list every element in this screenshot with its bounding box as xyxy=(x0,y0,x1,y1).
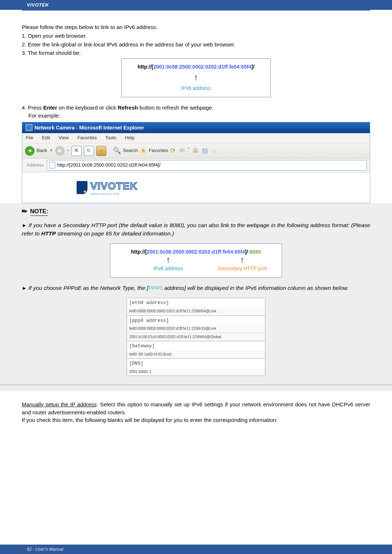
ipv6-port-diagram: http://[2001:0c08:2500:0002:0202:d1ff:fe… xyxy=(110,243,282,278)
search-icon[interactable]: 🔍 xyxy=(113,146,121,155)
ppp0-text: PPP0 xyxy=(148,285,163,291)
intro-lead: Please follow the steps below to link to… xyxy=(22,23,370,31)
toolbar-extra-icons[interactable]: ✉▾ 🖶 ▤ ☼ xyxy=(179,146,217,155)
back-button-icon[interactable]: ◄ xyxy=(25,146,34,156)
manual-ip-paragraph: Manually setup the IP address: Select th… xyxy=(22,401,370,424)
ipv6-label-2: IPv6 address xyxy=(122,265,215,272)
url-line-1: http://[2001:0c08:2500:0002:0202:d1ff:fe… xyxy=(124,63,268,70)
print-icon[interactable]: 🖶 xyxy=(192,146,199,155)
url2-prefix: http:// xyxy=(131,249,145,255)
step-1: 1. Open your web browser. xyxy=(22,32,370,40)
vivotek-logo: VIVOTEK WWW.VIVOTEK.COM xyxy=(77,179,370,196)
arrow-up-icon-2: ↑ xyxy=(166,255,171,264)
ie-app-icon xyxy=(26,124,32,131)
bullet-triangle-icon: ► xyxy=(22,222,27,228)
url-line-2: http://[2001:0c08:2500:0002:0202:d1ff:fe… xyxy=(113,248,279,255)
note-heading-text: NOTE: xyxy=(30,207,48,216)
page-icon xyxy=(49,162,55,168)
eth0-value: fe80:0000:0000:0000:0202:d1ff:fe11:2299/… xyxy=(127,307,265,315)
note-paragraph-2: ► If you choose PPPoE as the Network Typ… xyxy=(22,284,370,292)
step4-a: 4. Press xyxy=(22,104,43,111)
secondary-port-label: Secondary HTTP port xyxy=(215,265,270,272)
pencil-icon: ✎ xyxy=(19,206,29,217)
note-section: ✎ NOTE: ► If you have a Secondary HTTP p… xyxy=(0,203,392,391)
header-bar: VIVOTEK xyxy=(0,0,392,10)
url-ipv6-addr: 2001:0c08:2500:0002:0202:d1ff:fe04:65f4 xyxy=(153,64,251,70)
vivotek-logo-text: VIVOTEK xyxy=(90,179,138,194)
http-bold: HTTP xyxy=(41,230,56,237)
arrow-up-icon: ↑ xyxy=(124,71,268,84)
edit-icon[interactable]: ▤ xyxy=(202,146,208,155)
gateway-value: fe80::90:1a00:4142:8ced xyxy=(127,350,265,358)
ppp0-value-1: fe80:0000:0000:0000:0202:d1ff:fe11:2299/… xyxy=(127,325,265,333)
enter-key: Enter xyxy=(43,104,57,111)
stop-button-icon[interactable]: ✕ xyxy=(72,146,82,156)
back-button-label[interactable]: Back xyxy=(37,147,47,154)
ie-titlebar: Network Camera - Microsoft Internet Expl… xyxy=(22,122,370,133)
address-label: Address xyxy=(25,160,47,170)
ppp0-value-2: 2001:b100:01c0:0002:0202:d1ff:fe11:2299/… xyxy=(127,333,265,341)
ie-address-bar: Address http://[2001:0c08:2500:0002:0202… xyxy=(22,159,370,172)
favorites-star-icon[interactable]: ★ xyxy=(140,145,147,156)
forward-button-icon[interactable]: ► xyxy=(55,146,65,156)
ipv6-address-label: IPv6 address xyxy=(181,85,211,91)
note-paragraph-1: ► If you have a Secondary HTTP port (the… xyxy=(22,221,370,238)
eth0-label: [eth0 address] xyxy=(127,298,265,307)
note1-b: streaming on page 65 for detailed inform… xyxy=(56,230,174,237)
menu-file[interactable]: File xyxy=(26,135,33,140)
mail-icon[interactable]: ✉ xyxy=(179,146,185,155)
dns-label: [DNS] xyxy=(127,358,265,368)
note2-a: If you choose PPPoE as the Network Type,… xyxy=(28,285,148,291)
step-3: 3. The format should be: xyxy=(22,49,370,57)
manual-ip-heading: Manually setup the IP address xyxy=(22,401,97,407)
page-footer: 62 - User's Manual xyxy=(0,545,392,554)
url-prefix: http:// xyxy=(138,64,152,70)
menu-help[interactable]: Help xyxy=(125,135,135,140)
gateway-label: [Gateway] xyxy=(127,341,265,350)
menu-tools[interactable]: Tools xyxy=(105,135,116,140)
arrow-up-icon-3: ↑ xyxy=(240,255,245,264)
discuss-icon[interactable]: ☼ xyxy=(211,146,217,155)
url2-addr: 2001:0c08:2500:0002:0202:d1ff:fe04:65f4 xyxy=(147,249,245,255)
ie-window: Network Camera - Microsoft Internet Expl… xyxy=(22,122,370,203)
refresh-button-icon[interactable]: ↻ xyxy=(84,146,94,156)
ipv6-format-diagram: http://[2001:0c08:2500:0002:0202:d1ff:fe… xyxy=(121,58,271,97)
history-icon[interactable]: ⟳ xyxy=(170,146,176,155)
url-suffix: / xyxy=(253,64,254,70)
step-4: 4. Press Enter on the keyboard or click … xyxy=(22,104,370,120)
ipv6-info-table: [eth0 address] fe80:0000:0000:0000:0202:… xyxy=(127,298,265,376)
ie-menubar[interactable]: File Edit View Favorites Tools Help xyxy=(22,133,370,143)
note-heading: ✎ NOTE: xyxy=(22,207,370,216)
note2-b: address] will be displayed in the IPv6 i… xyxy=(163,285,348,291)
bullet-triangle-icon-2: ► xyxy=(22,285,27,291)
step4-b: on the keyboard or click xyxy=(57,104,118,111)
home-button-icon[interactable]: ⌂ xyxy=(96,146,106,156)
manual-ip-text2: If you check this item, the following bl… xyxy=(22,417,278,423)
vivotek-mark-icon xyxy=(77,181,87,194)
menu-favorites[interactable]: Favorites xyxy=(77,135,97,140)
ie-body: VIVOTEK WWW.VIVOTEK.COM xyxy=(22,172,370,203)
ppp0-label: [ppp0 address] xyxy=(127,316,265,325)
address-value: http://[2001:0c08:2500:0002:0202:d1ff:fe… xyxy=(57,162,161,169)
step4-example: For example: xyxy=(28,112,370,120)
dns-value: 2001:b000::1 xyxy=(127,368,265,376)
search-label[interactable]: Search xyxy=(123,147,138,154)
url2-port: :8080 xyxy=(248,249,261,255)
menu-view[interactable]: View xyxy=(59,135,69,140)
address-field[interactable]: http://[2001:0c08:2500:0002:0202:d1ff:fe… xyxy=(47,160,367,171)
refresh-button-ref: Refresh xyxy=(118,104,138,111)
back-dropdown-icon[interactable]: ▼ xyxy=(49,148,53,153)
ie-title-text: Network Camera - Microsoft Internet Expl… xyxy=(34,124,144,131)
menu-edit[interactable]: Edit xyxy=(42,135,50,140)
section-divider xyxy=(0,385,392,385)
step4-c: button to refresh the webpage. xyxy=(138,104,213,111)
step-2: 2. Enter the link-global or link-local I… xyxy=(22,41,370,49)
favorites-label[interactable]: Favorites xyxy=(149,147,168,154)
intro-block: Please follow the steps below to link to… xyxy=(22,23,370,57)
ie-toolbar: ◄ Back ▼ ► ▾ ✕ ↻ ⌂ 🔍 Search ★ Favorites … xyxy=(22,143,370,159)
